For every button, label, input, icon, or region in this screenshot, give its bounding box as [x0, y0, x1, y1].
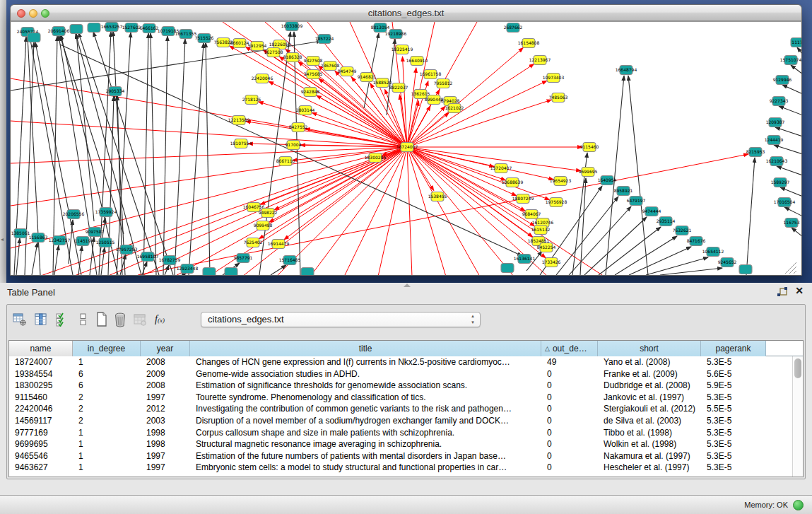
- memory-status-icon[interactable]: [793, 500, 804, 510]
- graph-node[interactable]: 9245652: [718, 258, 737, 267]
- graph-node[interactable]: 1244419: [765, 136, 784, 145]
- graph-node[interactable]: 15720407: [490, 164, 512, 173]
- graph-edge[interactable]: [780, 187, 801, 197]
- graph-node[interactable]: 9242848: [301, 88, 320, 97]
- network-canvas[interactable]: 2405572420691406166532571527602646616210…: [10, 21, 802, 276]
- graph-edge[interactable]: [76, 34, 94, 221]
- graph-node[interactable]: 9857791: [234, 254, 253, 263]
- graph-node[interactable]: 6466162: [140, 24, 159, 33]
- graph-node[interactable]: 19218986: [385, 30, 407, 39]
- graph-edge[interactable]: [11, 147, 407, 163]
- column-header-in-degree[interactable]: in_degree: [73, 341, 141, 356]
- table-row[interactable]: 946362711997Embryonic stem cells: a mode…: [9, 462, 792, 474]
- graph-node[interactable]: 20206556: [63, 210, 85, 219]
- network-window-titlebar[interactable]: citations_edges.txt: [10, 4, 802, 21]
- graph-node[interactable]: 16033809: [281, 22, 303, 31]
- graph-node[interactable]: [739, 265, 752, 274]
- graph-edge[interactable]: [189, 43, 204, 275]
- graph-edge[interactable]: [791, 65, 801, 74]
- column-header-year[interactable]: year: [141, 341, 190, 356]
- graph-edge[interactable]: [407, 147, 446, 275]
- graph-edge[interactable]: [163, 36, 167, 275]
- graph-node[interactable]: 16210643: [766, 157, 788, 166]
- graph-node[interactable]: 8454749: [338, 67, 357, 76]
- graph-edge[interactable]: [206, 42, 210, 275]
- column-header-title[interactable]: title: [190, 341, 541, 356]
- graph-edge[interactable]: [407, 100, 551, 147]
- graph-edge[interactable]: [784, 207, 801, 216]
- graph-node[interactable]: 16653257: [101, 23, 123, 32]
- graph-edge[interactable]: [580, 178, 586, 275]
- graph-node[interactable]: 18807249: [512, 194, 534, 204]
- graph-node[interactable]: 1156863: [29, 233, 48, 243]
- graph-node[interactable]: 8822037: [389, 83, 408, 93]
- table-row[interactable]: 969969511998Structural magnetic resonanc…: [9, 438, 792, 450]
- graph-node[interactable]: 7632621: [673, 226, 692, 235]
- graph-node[interactable]: 2803144: [296, 106, 315, 115]
- graph-node[interactable]: 10654112: [702, 247, 724, 257]
- graph-node[interactable]: 16961758: [420, 70, 442, 79]
- graph-edge[interactable]: [777, 166, 801, 175]
- table-settings-icon[interactable]: [11, 310, 29, 329]
- graph-node[interactable]: 20691406: [48, 27, 70, 36]
- graph-edge[interactable]: [151, 33, 156, 275]
- table-row[interactable]: 946554611997Estimation of the future num…: [9, 450, 792, 462]
- graph-node[interactable]: 8452254: [537, 243, 556, 252]
- graph-edge[interactable]: [646, 257, 708, 275]
- graph-node[interactable]: 19756928: [546, 198, 567, 207]
- graph-node[interactable]: [88, 23, 100, 33]
- graph-edge[interactable]: [11, 121, 407, 147]
- graph-node[interactable]: 12213967: [529, 56, 551, 65]
- graph-node[interactable]: 1589297: [771, 178, 790, 187]
- graph-edge[interactable]: [779, 106, 801, 115]
- import-table-icon[interactable]: [131, 310, 149, 329]
- graph-edge[interactable]: [407, 147, 480, 275]
- table-row[interactable]: 977716911998Corpus callosum shape and si…: [9, 427, 792, 439]
- graph-node[interactable]: 15751074: [780, 56, 801, 65]
- close-panel-icon[interactable]: ✕: [795, 285, 804, 296]
- graph-node[interactable]: 1527602: [122, 23, 141, 33]
- graph-node[interactable]: 2718126: [242, 95, 261, 105]
- graph-edge[interactable]: [294, 32, 300, 275]
- column-header-short[interactable]: short: [598, 341, 701, 356]
- graph-node[interactable]: 12213589: [228, 116, 250, 125]
- graph-node[interactable]: 1385061: [11, 229, 30, 238]
- graph-edge[interactable]: [407, 147, 506, 180]
- graph-edge[interactable]: [14, 37, 26, 275]
- graph-edge[interactable]: [774, 145, 801, 154]
- graph-node[interactable]: 18325419: [392, 45, 413, 54]
- graph-edge[interactable]: [407, 68, 416, 147]
- table-row[interactable]: 2242004622012Investigating the contribut…: [9, 403, 792, 415]
- float-panel-icon[interactable]: [777, 287, 788, 298]
- graph-edge[interactable]: [628, 76, 648, 275]
- graph-node[interactable]: 16914479: [268, 240, 290, 249]
- graph-node[interactable]: 8667110: [276, 157, 295, 166]
- graph-node[interactable]: 9327508: [304, 57, 323, 66]
- graph-node[interactable]: 8958921: [614, 187, 633, 196]
- graph-edge[interactable]: [407, 22, 435, 147]
- graph-node[interactable]: 8471676: [687, 237, 706, 246]
- graph-edge[interactable]: [746, 158, 755, 275]
- graph-node[interactable]: 8215953: [746, 148, 765, 157]
- graph-node[interactable]: [203, 268, 216, 276]
- table-row[interactable]: 1456911722003Disruption of a novel membe…: [9, 415, 792, 427]
- graph-node[interactable]: [501, 264, 514, 273]
- graph-edge[interactable]: [276, 147, 407, 275]
- graph-edge[interactable]: [584, 217, 647, 275]
- graph-node[interactable]: 17016504: [774, 198, 796, 207]
- graph-node[interactable]: 9129946: [773, 76, 792, 85]
- table-row[interactable]: 1938455462009Genome-wide association stu…: [9, 368, 792, 380]
- graph-node[interactable]: 7485063: [549, 93, 568, 103]
- graph-node[interactable]: 3475685: [304, 70, 323, 79]
- graph-node[interactable]: 22420046: [252, 74, 273, 83]
- graph-node[interactable]: 1250515: [96, 238, 115, 247]
- resize-grip-icon[interactable]: [785, 262, 796, 274]
- graph-node[interactable]: 16958107: [137, 252, 159, 262]
- graph-node[interactable]: [70, 25, 83, 34]
- vertical-scrollbar[interactable]: [792, 356, 803, 477]
- graph-node[interactable]: 7857224: [315, 35, 334, 44]
- graph-node[interactable]: 9227343: [770, 97, 789, 106]
- graph-edge[interactable]: [660, 268, 722, 275]
- graph-edge[interactable]: [165, 265, 169, 275]
- show-columns-icon[interactable]: [32, 310, 50, 329]
